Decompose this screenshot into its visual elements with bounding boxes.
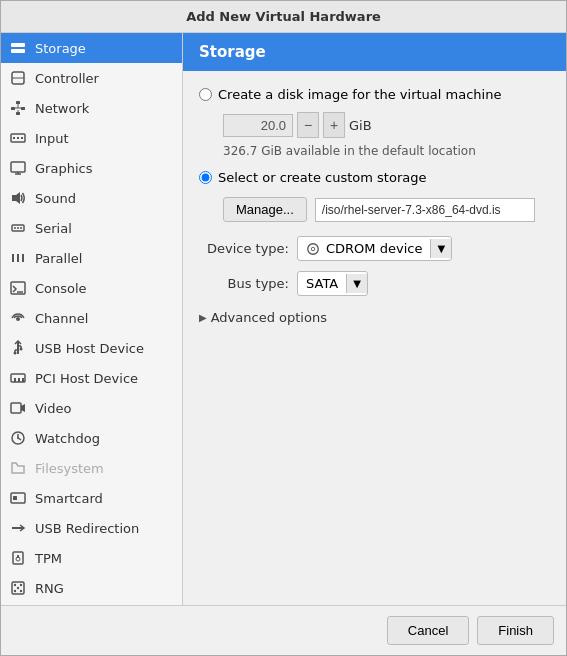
cdrom-dropdown-icon	[306, 242, 320, 256]
svg-rect-16	[17, 137, 19, 139]
sidebar-item-input-label: Input	[35, 131, 69, 146]
disk-image-row: Create a disk image for the virtual mach…	[199, 87, 550, 102]
sidebar-item-usb-host[interactable]: USB Host Device	[1, 333, 182, 363]
pci-host-icon	[9, 369, 27, 387]
sidebar-item-filesystem-label: Filesystem	[35, 461, 104, 476]
bus-type-arrow[interactable]: ▼	[346, 274, 367, 293]
sidebar-item-storage-label: Storage	[35, 41, 86, 56]
custom-storage-label: Select or create custom storage	[218, 170, 426, 185]
sidebar-item-console-label: Console	[35, 281, 87, 296]
svg-rect-53	[17, 555, 19, 558]
custom-storage-row: Select or create custom storage	[199, 170, 550, 185]
sidebar-item-graphics-label: Graphics	[35, 161, 92, 176]
section-body: Create a disk image for the virtual mach…	[183, 71, 566, 605]
svg-rect-18	[11, 162, 25, 172]
svg-point-64	[311, 247, 315, 251]
disk-size-row: − + GiB	[223, 112, 550, 138]
finish-btn[interactable]: Finish	[477, 616, 554, 645]
cancel-btn[interactable]: Cancel	[387, 616, 469, 645]
sidebar-item-serial[interactable]: Serial	[1, 213, 182, 243]
sidebar-item-smartcard-label: Smartcard	[35, 491, 103, 506]
sidebar-item-watchdog[interactable]: Watchdog	[1, 423, 182, 453]
dialog-title: Add New Virtual Hardware	[1, 1, 566, 33]
disk-size-input[interactable]	[223, 114, 293, 137]
advanced-options-triangle: ▶	[199, 312, 207, 323]
device-type-dropdown[interactable]: CDROM device ▼	[297, 236, 452, 261]
sidebar-item-storage[interactable]: Storage	[1, 33, 182, 63]
device-type-value: CDROM device	[298, 237, 430, 260]
sidebar-item-controller[interactable]: Controller	[1, 63, 182, 93]
svg-point-23	[14, 227, 16, 229]
sidebar-item-usb-host-label: USB Host Device	[35, 341, 144, 356]
device-type-text: CDROM device	[326, 241, 422, 256]
svg-marker-21	[12, 192, 20, 204]
storage-icon	[9, 39, 27, 57]
svg-point-63	[308, 243, 319, 254]
bus-type-dropdown[interactable]: SATA ▼	[297, 271, 368, 296]
sidebar-item-sound-label: Sound	[35, 191, 76, 206]
gib-label: GiB	[349, 118, 372, 133]
sidebar-item-usb-redir[interactable]: USB Redirection	[1, 513, 182, 543]
advanced-options-row[interactable]: ▶ Advanced options	[199, 306, 550, 329]
sidebar-item-parallel[interactable]: Parallel	[1, 243, 182, 273]
svg-point-57	[14, 590, 16, 592]
bus-type-row: Bus type: SATA ▼	[199, 271, 550, 296]
sidebar-item-rng[interactable]: RNG	[1, 573, 182, 603]
custom-storage-radio[interactable]	[199, 171, 212, 184]
svg-point-25	[20, 227, 22, 229]
svg-point-37	[14, 352, 17, 355]
device-type-arrow[interactable]: ▼	[430, 239, 451, 258]
bus-type-label: Bus type:	[199, 276, 289, 291]
sidebar-item-parallel-label: Parallel	[35, 251, 82, 266]
video-icon	[9, 399, 27, 417]
svg-rect-40	[14, 378, 16, 382]
dialog-body: Storage Controller	[1, 33, 566, 605]
device-type-row: Device type: CDROM device ▼	[199, 236, 550, 261]
svg-rect-17	[21, 137, 23, 139]
network-icon	[9, 99, 27, 117]
disk-size-minus-btn[interactable]: −	[297, 112, 319, 138]
sound-icon	[9, 189, 27, 207]
sidebar-item-video[interactable]: Video	[1, 393, 182, 423]
svg-rect-6	[16, 101, 20, 104]
svg-point-24	[17, 227, 19, 229]
svg-rect-41	[18, 378, 20, 382]
sidebar-item-smartcard[interactable]: Smartcard	[1, 483, 182, 513]
channel-icon	[9, 309, 27, 327]
sidebar-item-pci-host[interactable]: PCI Host Device	[1, 363, 182, 393]
main-content: Storage Create a disk image for the virt…	[183, 33, 566, 605]
svg-point-56	[20, 584, 22, 586]
sidebar-item-tpm-label: TPM	[35, 551, 62, 566]
rng-icon	[9, 579, 27, 597]
watchdog-icon	[9, 429, 27, 447]
controller-icon	[9, 69, 27, 87]
sidebar-item-network[interactable]: Network	[1, 93, 182, 123]
storage-path-row: Manage...	[223, 197, 550, 222]
console-icon	[9, 279, 27, 297]
disk-size-plus-btn[interactable]: +	[323, 112, 345, 138]
sidebar-item-tpm[interactable]: TPM	[1, 543, 182, 573]
sidebar-item-channel[interactable]: Channel	[1, 303, 182, 333]
storage-path-input[interactable]	[315, 198, 535, 222]
svg-point-59	[17, 587, 19, 589]
disk-image-radio[interactable]	[199, 88, 212, 101]
sidebar-item-usb-redir-label: USB Redirection	[35, 521, 139, 536]
section-header: Storage	[183, 33, 566, 71]
sidebar-item-graphics[interactable]: Graphics	[1, 153, 182, 183]
input-icon	[9, 129, 27, 147]
svg-point-58	[20, 590, 22, 592]
sidebar-item-console[interactable]: Console	[1, 273, 182, 303]
sidebar-item-sound[interactable]: Sound	[1, 183, 182, 213]
available-text: 326.7 GiB available in the default locat…	[223, 144, 550, 158]
dialog: Add New Virtual Hardware Storage	[0, 0, 567, 656]
sidebar-item-channel-label: Channel	[35, 311, 88, 326]
sidebar-item-filesystem: Filesystem	[1, 453, 182, 483]
filesystem-icon	[9, 459, 27, 477]
sidebar-item-watchdog-label: Watchdog	[35, 431, 100, 446]
svg-point-2	[21, 44, 23, 46]
bus-type-value: SATA	[298, 272, 346, 295]
manage-btn[interactable]: Manage...	[223, 197, 307, 222]
sidebar-item-input[interactable]: Input	[1, 123, 182, 153]
usb-redir-icon	[9, 519, 27, 537]
svg-rect-15	[13, 137, 15, 139]
